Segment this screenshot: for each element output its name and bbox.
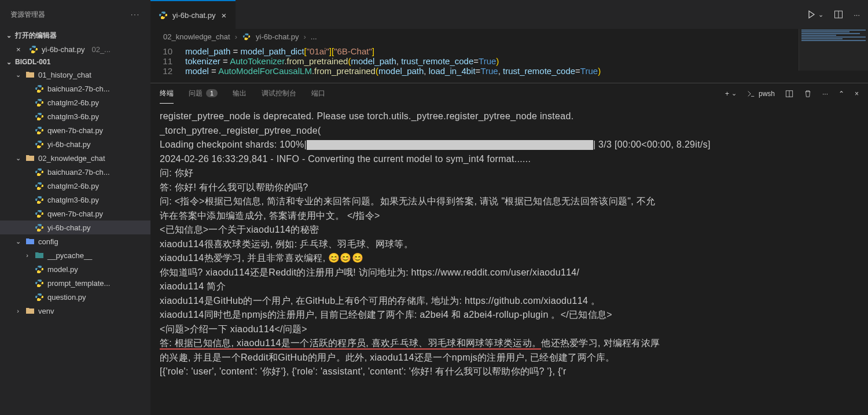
minimap[interactable] <box>799 29 868 71</box>
close-icon[interactable]: × <box>220 10 227 20</box>
file-item[interactable]: qwen-7b-chat.py <box>0 207 150 221</box>
tab-debug[interactable]: 调试控制台 <box>262 84 296 103</box>
python-icon <box>242 32 251 41</box>
file-item[interactable]: chatglm2-6b.py <box>0 96 150 109</box>
workspace-section[interactable]: ⌄ BIGDL-001 <box>0 56 150 68</box>
item-label: 02_knowledge_chat <box>38 154 105 163</box>
python-icon <box>35 181 44 190</box>
folder-item[interactable]: ⌄01_history_chat <box>0 68 150 82</box>
item-label: qwen-7b-chat.py <box>47 210 103 218</box>
crumb[interactable]: 02_knowledge_chat <box>163 32 230 41</box>
python-icon <box>35 112 44 121</box>
trash-icon[interactable] <box>804 90 812 98</box>
tab-problems[interactable]: 问题1 <box>189 84 218 103</box>
python-icon <box>35 292 44 302</box>
tabs: yi-6b-chat.py × <box>150 0 236 29</box>
python-icon <box>35 139 44 149</box>
python-icon <box>35 84 44 93</box>
more-icon[interactable]: ··· <box>822 90 828 98</box>
file-item[interactable]: yi-6b-chat.py <box>0 221 150 234</box>
folder-icon <box>25 237 35 246</box>
item-label: yi-6b-chat.py <box>47 140 90 149</box>
open-editor-path: 02_... <box>91 45 111 54</box>
chevron-right-icon: › <box>303 32 306 41</box>
file-item[interactable]: chatglm3-6b.py <box>0 193 150 207</box>
file-item[interactable]: chatglm2-6b.py <box>0 179 150 193</box>
file-item[interactable]: baichuan2-7b-ch... <box>0 165 150 179</box>
open-editor-item[interactable]: × yi-6b-chat.py 02_... <box>0 42 150 56</box>
folder-item[interactable]: ›venv <box>0 304 150 318</box>
shell-indicator[interactable]: pwsh <box>747 90 775 98</box>
crumb[interactable]: yi-6b-chat.py <box>256 32 299 41</box>
python-icon <box>35 167 44 177</box>
code-line: model = AutoModelForCausalLM.from_pretra… <box>185 66 601 76</box>
folder-icon <box>25 153 35 163</box>
open-editor-name: yi-6b-chat.py <box>42 45 84 54</box>
folder-item[interactable]: ›__pycache__ <box>0 248 150 262</box>
code-line: tokenizer = AutoTokenizer.from_pretraine… <box>185 56 499 66</box>
python-icon <box>159 10 168 20</box>
file-item[interactable]: yi-6b-chat.py <box>0 137 150 151</box>
run-icon[interactable] <box>807 10 816 19</box>
chevron-down-icon[interactable]: ⌄ <box>731 90 737 97</box>
item-label: yi-6b-chat.py <box>47 223 90 232</box>
terminal-output[interactable]: register_pytree_node is deprecated. Plea… <box>150 104 868 415</box>
code-line: model_path = model_path_dict["01ai"]["6B… <box>185 46 374 56</box>
new-terminal-icon[interactable]: + <box>725 90 729 98</box>
tab-ports[interactable]: 端口 <box>311 84 325 103</box>
tab-output[interactable]: 输出 <box>233 84 247 103</box>
close-panel-icon[interactable]: × <box>855 90 859 98</box>
file-item[interactable]: prompt_template... <box>0 276 150 290</box>
python-icon <box>35 98 44 107</box>
line-number: 12 <box>150 66 185 76</box>
more-icon[interactable]: ··· <box>854 10 860 19</box>
python-icon <box>35 223 44 232</box>
open-editors-label: 打开的编辑器 <box>15 31 57 41</box>
item-label: baichuan2-7b-ch... <box>47 168 110 177</box>
tab-terminal[interactable]: 终端 <box>160 84 174 104</box>
file-item[interactable]: chatglm3-6b.py <box>0 109 150 123</box>
folder-item[interactable]: ⌄02_knowledge_chat <box>0 151 150 165</box>
file-item[interactable]: question.py <box>0 290 150 304</box>
file-item[interactable]: model.py <box>0 262 150 276</box>
open-editors-section[interactable]: ⌄ 打开的编辑器 <box>0 29 150 42</box>
item-label: prompt_template... <box>47 279 110 288</box>
chevron-down-icon[interactable]: ⌄ <box>818 11 823 19</box>
explorer-header: 资源管理器 ··· <box>0 0 150 29</box>
item-label: chatglm3-6b.py <box>47 196 99 204</box>
file-item[interactable]: qwen-7b-chat.py <box>0 123 150 137</box>
item-label: qwen-7b-chat.py <box>47 126 103 135</box>
close-icon[interactable]: × <box>16 45 25 54</box>
crumb[interactable]: ... <box>311 32 317 41</box>
item-label: 01_history_chat <box>38 71 91 79</box>
python-icon <box>35 195 44 204</box>
python-icon <box>29 45 38 54</box>
python-icon <box>35 126 44 135</box>
file-tree: ⌄01_history_chatbaichuan2-7b-ch...chatgl… <box>0 68 150 415</box>
panel-tabs: 终端 问题1 输出 调试控制台 端口 + ⌄ pwsh ··· ⌃ × <box>150 83 868 104</box>
problems-count: 1 <box>206 89 218 97</box>
folder-icon <box>25 70 35 79</box>
file-item[interactable]: baichuan2-7b-ch... <box>0 82 150 96</box>
python-icon <box>35 278 44 288</box>
tab-file[interactable]: yi-6b-chat.py × <box>150 0 236 29</box>
explorer-more-icon[interactable]: ··· <box>131 10 140 19</box>
chevron-right-icon: › <box>235 32 237 41</box>
item-label: chatglm2-6b.py <box>47 98 99 107</box>
item-label: config <box>38 237 58 246</box>
code-editor[interactable]: 10model_path = model_path_dict["01ai"]["… <box>150 44 868 83</box>
explorer-title: 资源管理器 <box>10 10 45 20</box>
breadcrumbs[interactable]: 02_knowledge_chat › yi-6b-chat.py › ... <box>150 29 868 44</box>
maximize-icon[interactable]: ⌃ <box>838 90 844 98</box>
explorer-sidebar: 资源管理器 ··· ⌄ 打开的编辑器 × yi-6b-chat.py 02_..… <box>0 0 150 415</box>
editor-actions: ⌄ ··· <box>807 10 868 19</box>
chevron-icon: ⌄ <box>14 71 22 79</box>
split-editor-icon[interactable] <box>834 10 843 19</box>
bottom-panel: 终端 问题1 输出 调试控制台 端口 + ⌄ pwsh ··· ⌃ × regi… <box>150 83 868 415</box>
folder-icon <box>35 251 44 260</box>
item-label: question.py <box>47 293 86 302</box>
item-label: chatglm2-6b.py <box>47 182 99 190</box>
chevron-down-icon: ⌄ <box>5 32 13 39</box>
split-terminal-icon[interactable] <box>785 90 793 98</box>
folder-item[interactable]: ⌄config <box>0 234 150 248</box>
